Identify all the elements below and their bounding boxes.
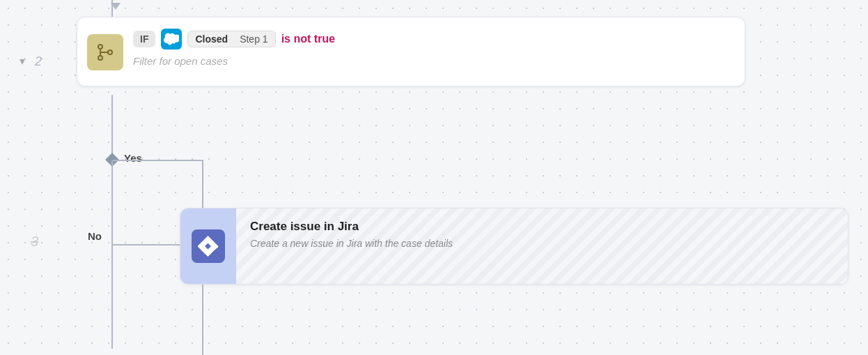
step3-number: 3 (31, 234, 38, 250)
yes-branch-right-vertical (202, 160, 203, 209)
salesforce-svg-icon (164, 31, 179, 47)
branch-icon (87, 34, 123, 70)
jira-card-title: Create issue in Jira (250, 220, 834, 234)
step2-expand-icon[interactable]: ▾ (20, 54, 25, 68)
yes-connector-vertical (111, 95, 113, 155)
step2-number: 2 (35, 54, 42, 69)
if-condition-row: IF Closed Step 1 is not true (133, 29, 731, 50)
top-connector (111, 0, 113, 17)
if-card-content: IF Closed Step 1 is not true Filter for … (133, 29, 731, 67)
closed-badge: Closed (187, 31, 235, 47)
step1-badge: Step 1 (233, 31, 275, 47)
after-jira-vertical (202, 285, 203, 355)
if-card-icon-area (77, 29, 133, 76)
svg-point-1 (98, 56, 102, 60)
no-label: No (88, 230, 102, 242)
yes-branch-horizontal (113, 160, 203, 161)
jira-content: Create issue in Jira Create a new issue … (236, 209, 848, 284)
if-badge: IF (133, 31, 155, 47)
svg-point-2 (108, 50, 112, 54)
workflow-canvas: ▾ 2 IF (0, 0, 868, 355)
svg-point-0 (98, 45, 102, 49)
filter-description: Filter for open cases (133, 55, 731, 67)
jira-card-description: Create a new issue in Jira with the case… (250, 238, 834, 249)
jira-logo (192, 229, 225, 263)
jira-card[interactable]: Create issue in Jira Create a new issue … (180, 208, 848, 285)
yes-label: Yes (124, 152, 142, 164)
jira-svg-icon (198, 236, 219, 257)
condition-text: is not true (281, 33, 335, 45)
jira-icon-area (180, 209, 236, 284)
if-condition-card[interactable]: IF Closed Step 1 is not true Filter for … (77, 17, 745, 86)
branch-svg-icon (94, 41, 116, 63)
closed-step-group: Closed Step 1 (187, 31, 275, 47)
no-connector-vertical (111, 160, 113, 349)
salesforce-logo (161, 29, 182, 50)
